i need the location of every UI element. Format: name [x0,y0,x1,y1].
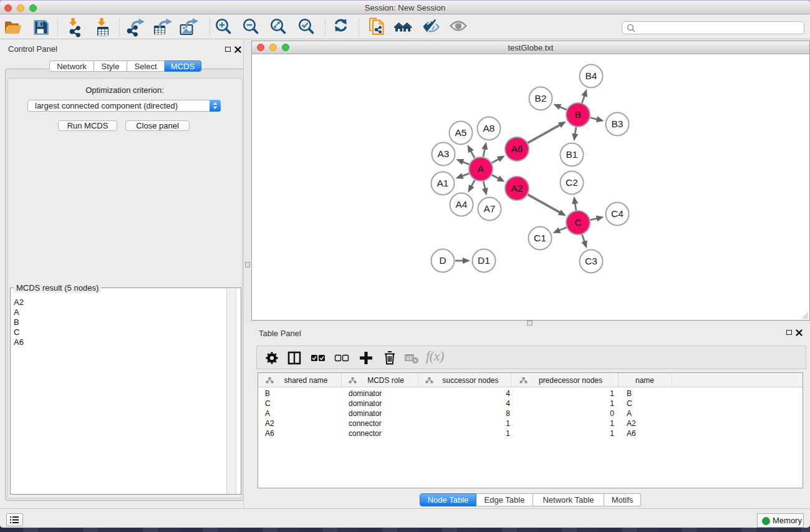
svg-text:C4: C4 [611,208,624,219]
svg-text:B4: B4 [586,70,597,81]
svg-text:B: B [575,109,581,120]
svg-text:D: D [439,255,446,266]
svg-text:C3: C3 [585,256,597,266]
svg-text:A: A [478,163,485,174]
svg-text:C: C [574,217,581,228]
svg-text:B3: B3 [612,118,624,129]
svg-text:A2: A2 [511,183,523,193]
svg-text:C2: C2 [566,177,578,188]
svg-text:C1: C1 [534,233,546,243]
svg-text:A4: A4 [456,199,468,210]
svg-text:A3: A3 [438,148,450,159]
svg-text:A1: A1 [437,178,449,188]
svg-text:A7: A7 [484,203,496,214]
svg-text:D1: D1 [478,255,490,266]
svg-text:A5: A5 [455,127,467,138]
svg-text:A6: A6 [511,143,523,154]
svg-text:A8: A8 [483,123,495,133]
svg-text:B2: B2 [535,93,547,104]
svg-text:B1: B1 [566,149,578,160]
